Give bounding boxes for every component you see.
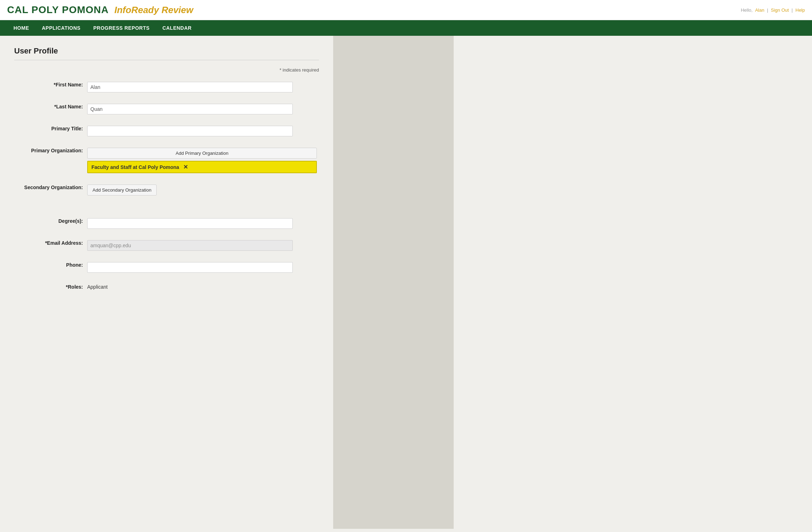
nav-applications[interactable]: APPLICATIONS	[35, 20, 87, 36]
email-input[interactable]	[87, 240, 293, 251]
nav-progress-reports[interactable]: PROGRESS REPORTS	[87, 20, 156, 36]
required-note: * indicates required	[14, 67, 319, 73]
first-name-input[interactable]	[87, 82, 293, 92]
last-name-row: *Last Name:	[14, 101, 319, 117]
roles-label: *Roles:	[14, 281, 85, 293]
header: CAL POLY POMONA InfoReady Review Hello, …	[0, 0, 812, 20]
primary-org-tag: Faculty and Staff at Cal Poly Pomona ✕	[87, 161, 317, 173]
sign-out-link[interactable]: Sign Out	[771, 7, 789, 13]
secondary-org-cell: Add Secondary Organization	[85, 182, 319, 198]
header-left: CAL POLY POMONA InfoReady Review	[7, 4, 193, 16]
primary-title-label: Primary Title:	[14, 123, 85, 139]
first-name-row: *First Name:	[14, 79, 319, 95]
separator-1: |	[767, 7, 769, 13]
content-area: User Profile * indicates required *First…	[0, 36, 333, 529]
separator-2: |	[791, 7, 794, 13]
header-right: Hello, Alan | Sign Out | Help	[739, 7, 805, 13]
email-row: *Email Address:	[14, 237, 319, 254]
email-input-cell	[85, 237, 319, 254]
phone-label: Phone:	[14, 259, 85, 276]
user-name-link[interactable]: Alan	[755, 7, 764, 13]
phone-input-cell	[85, 259, 319, 276]
app-title: InfoReady Review	[114, 5, 194, 16]
degrees-input-cell	[85, 215, 319, 232]
primary-org-section: Add Primary Organization Faculty and Sta…	[87, 148, 317, 173]
degrees-row: Degree(s):	[14, 215, 319, 232]
greeting-text: Hello,	[741, 7, 752, 13]
secondary-org-row: Secondary Organization: Add Secondary Or…	[14, 182, 319, 198]
divider	[14, 60, 319, 60]
roles-value-cell: Applicant	[85, 281, 319, 293]
last-name-input[interactable]	[87, 104, 293, 114]
primary-org-tag-label: Faculty and Staff at Cal Poly Pomona	[91, 164, 179, 170]
sidebar-area	[333, 36, 454, 529]
primary-title-input-cell	[85, 123, 319, 139]
last-name-input-cell	[85, 101, 319, 117]
degrees-input[interactable]	[87, 218, 293, 229]
phone-input[interactable]	[87, 262, 293, 273]
user-profile-form: *First Name: *Last Name: Primary Tit	[14, 79, 319, 293]
add-secondary-org-button[interactable]: Add Secondary Organization	[87, 185, 157, 196]
secondary-org-label: Secondary Organization:	[14, 182, 85, 198]
logo: CAL POLY POMONA	[7, 4, 109, 16]
main-container: User Profile * indicates required *First…	[0, 36, 812, 529]
primary-title-row: Primary Title:	[14, 123, 319, 139]
first-name-label: *First Name:	[14, 79, 85, 95]
primary-org-label: Primary Organization:	[14, 145, 85, 176]
nav-home[interactable]: HOME	[7, 20, 35, 36]
primary-org-row: Primary Organization: Add Primary Organi…	[14, 145, 319, 176]
nav-bar: HOME APPLICATIONS PROGRESS REPORTS CALEN…	[0, 20, 812, 36]
page-title: User Profile	[14, 46, 319, 56]
remove-primary-org-button[interactable]: ✕	[183, 164, 188, 170]
roles-row: *Roles: Applicant	[14, 281, 319, 293]
primary-title-input[interactable]	[87, 126, 293, 136]
last-name-label: *Last Name:	[14, 101, 85, 117]
nav-calendar[interactable]: CALENDAR	[156, 20, 198, 36]
phone-row: Phone:	[14, 259, 319, 276]
first-name-input-cell	[85, 79, 319, 95]
help-link[interactable]: Help	[795, 7, 805, 13]
email-label: *Email Address:	[14, 237, 85, 254]
degrees-label: Degree(s):	[14, 215, 85, 232]
roles-value: Applicant	[87, 282, 108, 292]
add-primary-org-button[interactable]: Add Primary Organization	[87, 148, 317, 159]
primary-org-cell: Add Primary Organization Faculty and Sta…	[85, 145, 319, 176]
